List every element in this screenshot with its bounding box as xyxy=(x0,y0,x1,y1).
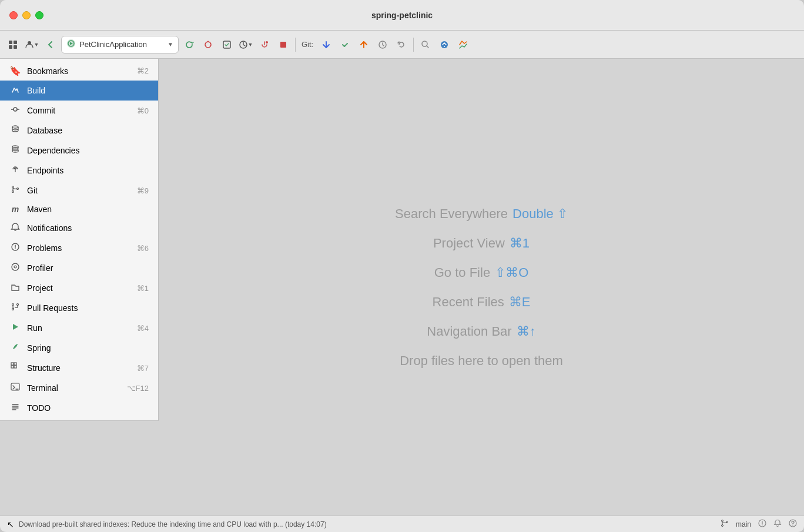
svg-rect-34 xyxy=(11,363,14,365)
git-history-icon[interactable] xyxy=(374,36,391,53)
menu-item-build[interactable]: Build xyxy=(0,81,158,101)
svg-point-49 xyxy=(762,524,762,525)
commit-icon xyxy=(9,105,21,116)
menu-item-run[interactable]: Run ⌘4 xyxy=(0,318,158,338)
minimize-button[interactable] xyxy=(22,11,31,19)
run-config-icon xyxy=(66,39,76,50)
svg-rect-1 xyxy=(14,41,17,44)
hint-navigation-bar: Navigation Bar ⌘↑ xyxy=(427,324,535,339)
ai-assistant-icon[interactable] xyxy=(436,36,453,53)
svg-point-24 xyxy=(12,191,14,193)
menu-item-spring[interactable]: Spring xyxy=(0,338,158,358)
svg-rect-2 xyxy=(9,45,12,49)
menu-item-terminal[interactable]: Terminal ⌥F12 xyxy=(0,378,158,398)
git-label: Git: xyxy=(299,40,316,49)
svg-rect-0 xyxy=(9,41,12,44)
menu-item-todo[interactable]: TODO xyxy=(0,398,158,418)
dropdown-arrow-icon: ▼ xyxy=(168,41,173,48)
status-right-area: main xyxy=(721,519,797,529)
git-push-icon[interactable] xyxy=(356,36,372,53)
svg-rect-3 xyxy=(14,45,17,49)
tool-windows-menu: 🔖 Bookmarks ⌘2 Build xyxy=(0,59,159,421)
structure-icon xyxy=(9,362,21,374)
svg-point-16 xyxy=(14,108,17,111)
database-icon xyxy=(9,125,21,136)
search-icon[interactable] xyxy=(417,36,434,53)
svg-rect-35 xyxy=(14,363,16,365)
profile-icon[interactable]: ▼ xyxy=(237,36,254,53)
menu-item-project[interactable]: Project ⌘1 xyxy=(0,278,158,298)
menu-item-maven[interactable]: m Maven xyxy=(0,200,158,218)
run-configuration[interactable]: PetClinicApplication ▼ xyxy=(61,36,179,53)
center-hints: Search Everywhere Double ⇧ Project View … xyxy=(159,59,804,516)
svg-point-22 xyxy=(15,169,16,170)
menu-item-dependencies[interactable]: Dependencies xyxy=(0,140,158,160)
svg-point-30 xyxy=(14,266,16,268)
window-title: spring-petclinic xyxy=(371,11,433,20)
endpoints-icon xyxy=(9,165,21,176)
run-config-label: PetClinicApplication xyxy=(79,40,147,49)
main-window: spring-petclinic ▼ xyxy=(0,0,804,532)
terminal-icon xyxy=(9,382,21,394)
notifications-status-icon[interactable] xyxy=(758,519,766,529)
plugin-icon[interactable] xyxy=(455,36,471,53)
svg-point-14 xyxy=(441,41,448,48)
menu-item-git[interactable]: Git ⌘9 xyxy=(0,180,158,200)
main-area: 🔖 Bookmarks ⌘2 Build xyxy=(0,59,804,516)
status-message: Download pre-built shared indexes: Reduc… xyxy=(19,520,716,528)
svg-point-33 xyxy=(17,304,19,306)
toolbar: ▼ PetClinicApplication ▼ xyxy=(0,31,804,59)
run-with-options-icon[interactable] xyxy=(256,36,273,53)
menu-item-structure[interactable]: Structure ⌘7 xyxy=(0,358,158,378)
hint-recent-files: Recent Files ⌘E xyxy=(433,295,531,310)
user-icon[interactable]: ▼ xyxy=(24,36,40,53)
svg-point-7 xyxy=(205,42,211,48)
project-icon[interactable] xyxy=(5,36,21,53)
menu-item-problems[interactable]: Problems ⌘6 xyxy=(0,238,158,258)
maximize-button[interactable] xyxy=(35,11,43,19)
notifications-icon xyxy=(9,222,21,234)
svg-point-20 xyxy=(12,146,18,148)
svg-point-10 xyxy=(266,41,268,44)
svg-rect-37 xyxy=(14,366,16,368)
coverage-icon[interactable] xyxy=(219,36,235,53)
svg-point-45 xyxy=(721,525,723,527)
git-icon xyxy=(9,185,21,196)
svg-point-44 xyxy=(721,520,723,522)
svg-point-23 xyxy=(12,186,14,188)
svg-point-51 xyxy=(792,525,793,526)
pull-requests-icon xyxy=(9,302,21,314)
hint-project-view: Project View ⌘1 xyxy=(433,236,530,251)
todo-icon xyxy=(9,402,21,414)
menu-item-database[interactable]: Database xyxy=(0,121,158,140)
debug-icon[interactable] xyxy=(200,36,216,53)
svg-point-29 xyxy=(12,263,19,270)
close-button[interactable] xyxy=(9,11,18,19)
branch-name[interactable]: main xyxy=(736,520,751,528)
run-icon xyxy=(9,322,21,334)
menu-item-endpoints[interactable]: Endpoints xyxy=(0,160,158,180)
stop-icon[interactable] xyxy=(275,36,292,53)
menu-item-pull-requests[interactable]: Pull Requests xyxy=(0,298,158,318)
build-icon xyxy=(9,85,21,96)
cursor-icon: ↖ xyxy=(7,520,14,529)
git-rollback-icon[interactable] xyxy=(393,36,410,53)
git-update-icon[interactable] xyxy=(318,36,334,53)
svg-point-21 xyxy=(12,149,18,151)
hint-go-to-file: Go to File ⇧⌘O xyxy=(434,265,529,280)
svg-point-15 xyxy=(444,46,445,47)
help-status-icon[interactable] xyxy=(789,519,797,529)
bell-status-icon[interactable] xyxy=(773,519,782,529)
svg-point-28 xyxy=(15,248,16,249)
separator-1 xyxy=(295,38,296,52)
back-icon[interactable] xyxy=(42,36,59,53)
menu-item-bookmarks[interactable]: 🔖 Bookmarks ⌘2 xyxy=(0,61,158,81)
menu-item-notifications[interactable]: Notifications xyxy=(0,218,158,238)
menu-item-profiler[interactable]: Profiler xyxy=(0,258,158,278)
separator-2 xyxy=(413,38,414,52)
traffic-lights xyxy=(9,11,43,19)
menu-item-commit[interactable]: Commit ⌘0 xyxy=(0,101,158,121)
git-commit-icon[interactable] xyxy=(337,36,353,53)
status-bar: ↖ Download pre-built shared indexes: Red… xyxy=(0,516,804,532)
rerun-icon[interactable] xyxy=(181,36,197,53)
